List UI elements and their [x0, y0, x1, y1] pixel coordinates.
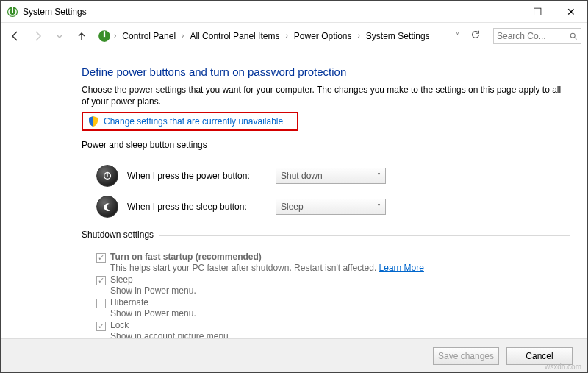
chevron-right-icon: ›	[112, 32, 118, 40]
power-button-row: When I press the power button: Shut down…	[82, 160, 570, 191]
checkbox-label: Hibernate	[110, 297, 196, 308]
svg-rect-6	[107, 172, 107, 177]
sleep-checkbox[interactable]	[96, 276, 106, 285]
cancel-button[interactable]: Cancel	[506, 347, 573, 365]
power-button-icon	[96, 165, 118, 187]
window-title: System Settings	[23, 7, 488, 17]
checkbox-label: Sleep	[110, 274, 196, 285]
divider	[159, 235, 570, 236]
title-bar: System Settings — ☐ ✕	[1, 1, 587, 23]
change-settings-link-label: Change settings that are currently unava…	[104, 116, 283, 127]
sleep-button-icon	[96, 196, 118, 218]
sleep-checkbox-row: Sleep Show in Power menu.	[82, 273, 570, 296]
breadcrumb-item[interactable]: System Settings	[363, 29, 433, 43]
arrow-left-icon	[10, 30, 21, 42]
svg-point-4	[570, 33, 575, 38]
save-button[interactable]: Save changes	[433, 347, 499, 365]
learn-more-link[interactable]: Learn More	[379, 263, 424, 273]
window-controls: — ☐ ✕	[488, 1, 587, 23]
search-input[interactable]: Search Co...	[493, 28, 581, 44]
svg-rect-3	[104, 31, 105, 37]
fast-startup-checkbox-row: Turn on fast startup (recommended) This …	[82, 250, 570, 273]
sleep-button-label: When I press the sleep button:	[127, 202, 267, 212]
power-button-label: When I press the power button:	[127, 171, 267, 181]
checkbox-label: Turn on fast startup (recommended)	[110, 252, 424, 262]
power-button-select[interactable]: Shut down ˅	[276, 168, 386, 184]
chevron-right-icon: ›	[356, 32, 362, 40]
power-options-icon	[7, 6, 18, 18]
chevron-right-icon: ›	[284, 32, 289, 40]
breadcrumb-item[interactable]: Control Panel	[119, 29, 179, 43]
refresh-button[interactable]	[467, 29, 484, 42]
breadcrumb-item[interactable]: Power Options	[291, 29, 355, 43]
page-title: Define power buttons and turn on passwor…	[82, 65, 570, 78]
breadcrumb-item[interactable]: All Control Panel Items	[187, 29, 282, 43]
chevron-down-icon: ˅	[377, 203, 381, 211]
chevron-down-icon[interactable]: ˅	[454, 32, 461, 40]
forward-button[interactable]	[29, 27, 46, 45]
group-label: Power and sleep button settings	[82, 140, 207, 150]
checkbox-label: Lock	[110, 320, 231, 330]
checkbox-desc: Show in Power menu.	[110, 285, 196, 296]
footer: Save changes Cancel	[1, 338, 587, 372]
shield-icon	[87, 116, 99, 127]
search-placeholder: Search Co...	[497, 31, 569, 41]
fast-startup-checkbox[interactable]	[96, 253, 106, 263]
select-value: Shut down	[281, 171, 323, 181]
minimize-button[interactable]: —	[488, 1, 521, 23]
chevron-down-icon	[56, 32, 63, 40]
search-icon	[569, 32, 578, 40]
divider	[213, 146, 570, 146]
content-area: Define power buttons and turn on passwor…	[1, 49, 587, 341]
page-intro: Choose the power settings that you want …	[82, 84, 570, 107]
up-button[interactable]	[73, 27, 90, 45]
select-value: Sleep	[281, 202, 304, 212]
sleep-button-select[interactable]: Sleep ˅	[276, 199, 386, 215]
arrow-up-icon	[76, 30, 87, 42]
nav-bar: › Control Panel › All Control Panel Item…	[1, 23, 587, 49]
back-button[interactable]	[7, 27, 24, 45]
chevron-right-icon: ›	[180, 32, 185, 40]
hibernate-checkbox-row: Hibernate Show in Power menu.	[82, 296, 570, 319]
checkbox-desc: Show in Power menu.	[110, 308, 196, 319]
group-shutdown: Shutdown settings	[82, 230, 570, 244]
hibernate-checkbox[interactable]	[96, 299, 106, 308]
arrow-right-icon	[32, 30, 43, 42]
group-label: Shutdown settings	[82, 230, 154, 240]
group-power-buttons: Power and sleep button settings	[82, 140, 570, 154]
close-button[interactable]: ✕	[554, 1, 587, 23]
checkbox-desc: This helps start your PC faster after sh…	[110, 262, 424, 273]
change-settings-link[interactable]: Change settings that are currently unava…	[82, 112, 298, 131]
recent-dropdown[interactable]	[51, 27, 68, 45]
svg-rect-1	[12, 7, 13, 13]
maximize-button[interactable]: ☐	[521, 1, 554, 23]
refresh-icon	[470, 29, 481, 40]
chevron-down-icon: ˅	[377, 172, 381, 180]
breadcrumb[interactable]: › Control Panel › All Control Panel Item…	[95, 29, 461, 43]
sleep-button-row: When I press the sleep button: Sleep ˅	[82, 191, 570, 222]
lock-checkbox[interactable]	[96, 322, 106, 331]
power-options-icon	[98, 29, 111, 43]
watermark: wsxdn.com	[545, 363, 581, 371]
